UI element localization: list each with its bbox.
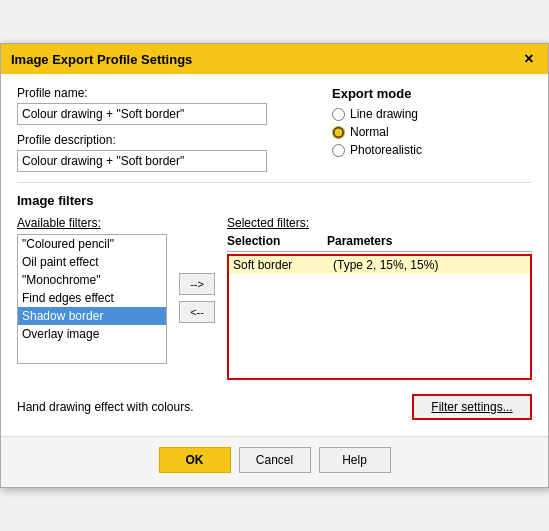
radio-photorealistic-label: Photorealistic	[350, 143, 422, 157]
table-row[interactable]: Soft border (Type 2, 15%, 15%)	[229, 256, 530, 274]
available-filters-label: Available filters:	[17, 216, 167, 230]
add-filter-button[interactable]: -->	[179, 273, 215, 295]
radio-line-drawing-label: Line drawing	[350, 107, 418, 121]
radio-line-drawing-input[interactable]	[332, 108, 345, 121]
bottom-section: Hand drawing effect with colours. Filter…	[17, 394, 532, 424]
cancel-button[interactable]: Cancel	[239, 447, 311, 473]
list-item[interactable]: "Monochrome"	[18, 271, 166, 289]
dialog-title: Image Export Profile Settings	[11, 52, 192, 67]
close-button[interactable]: ×	[520, 50, 538, 68]
row-parameters: (Type 2, 15%, 15%)	[333, 258, 526, 272]
row-selection: Soft border	[233, 258, 333, 272]
title-bar: Image Export Profile Settings ×	[1, 44, 548, 74]
profile-desc-input[interactable]	[17, 150, 267, 172]
image-filters-title: Image filters	[17, 193, 532, 208]
filters-section: Available filters: "Coloured pencil" Oil…	[17, 216, 532, 380]
list-item[interactable]: Oil paint effect	[18, 253, 166, 271]
divider-1	[17, 182, 532, 183]
radio-normal[interactable]: Normal	[332, 125, 532, 139]
radio-normal-label: Normal	[350, 125, 389, 139]
list-item[interactable]: "Coloured pencil"	[18, 235, 166, 253]
selected-table-header: Selection Parameters	[227, 234, 532, 252]
help-button[interactable]: Help	[319, 447, 391, 473]
hand-drawing-text: Hand drawing effect with colours.	[17, 400, 194, 414]
col-parameters-header: Parameters	[327, 234, 532, 248]
list-item[interactable]: Overlay image	[18, 325, 166, 343]
list-item[interactable]: Shadow border	[18, 307, 166, 325]
export-mode-title: Export mode	[332, 86, 532, 101]
dialog-footer: OK Cancel Help	[1, 436, 548, 487]
profile-name-label: Profile name:	[17, 86, 277, 100]
filter-settings-button[interactable]: Filter settings...	[412, 394, 532, 420]
selected-filters-label: Selected filters:	[227, 216, 532, 230]
radio-photorealistic[interactable]: Photorealistic	[332, 143, 532, 157]
profile-desc-label: Profile description:	[17, 133, 277, 147]
profile-name-input[interactable]	[17, 103, 267, 125]
arrow-buttons-panel: --> <--	[175, 216, 219, 380]
list-item[interactable]: Find edges effect	[18, 289, 166, 307]
left-fields: Profile name: Profile description:	[17, 86, 277, 172]
selected-table-body[interactable]: Soft border (Type 2, 15%, 15%)	[227, 254, 532, 380]
radio-normal-input[interactable]	[332, 126, 345, 139]
col-selection-header: Selection	[227, 234, 327, 248]
top-section: Profile name: Profile description: Expor…	[17, 86, 532, 172]
ok-button[interactable]: OK	[159, 447, 231, 473]
export-mode-panel: Export mode Line drawing Normal Photorea…	[332, 86, 532, 172]
available-filters-panel: Available filters: "Coloured pencil" Oil…	[17, 216, 167, 380]
filter-settings-label: Filter settings...	[431, 400, 512, 414]
radio-photorealistic-input[interactable]	[332, 144, 345, 157]
remove-filter-button[interactable]: <--	[179, 301, 215, 323]
dialog-window: Image Export Profile Settings × Profile …	[0, 43, 549, 488]
selected-filters-panel: Selected filters: Selection Parameters S…	[227, 216, 532, 380]
dialog-body: Profile name: Profile description: Expor…	[1, 74, 548, 436]
available-filters-listbox[interactable]: "Coloured pencil" Oil paint effect "Mono…	[17, 234, 167, 364]
radio-line-drawing[interactable]: Line drawing	[332, 107, 532, 121]
